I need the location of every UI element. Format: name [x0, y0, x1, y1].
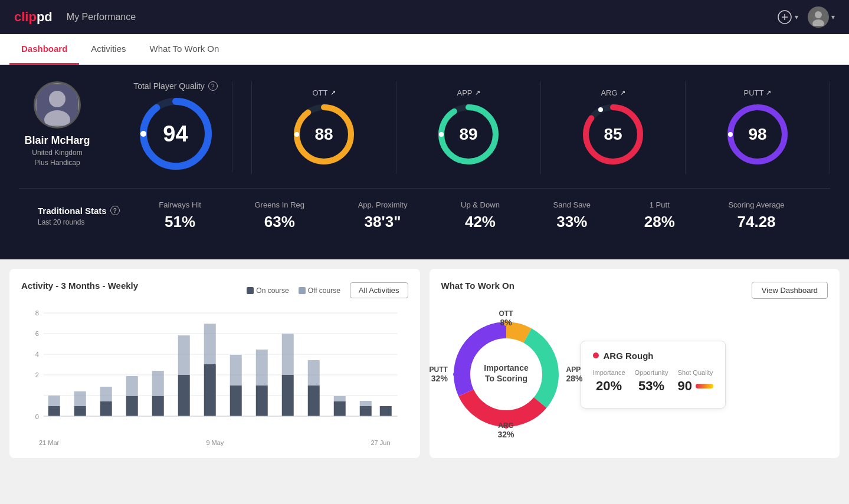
arg-gauge: 85 [581, 102, 645, 167]
arg-donut-label: ARG 32% [497, 421, 514, 439]
arg-value: 85 [604, 125, 622, 144]
app-label: APP ↗ [457, 88, 480, 97]
tab-activities[interactable]: Activities [79, 34, 137, 65]
opportunity-val: 53% [635, 378, 668, 394]
chart-title: Activity - 3 Months - Weekly [21, 281, 138, 291]
tabs: Dashboard Activities What To Work On [0, 34, 849, 65]
view-dashboard-button[interactable]: View Dashboard [752, 282, 828, 299]
svg-rect-40 [126, 396, 138, 416]
svg-text:To Scoring: To Scoring [484, 374, 527, 383]
svg-point-13 [294, 132, 299, 137]
stat-sandsave-val: 33% [553, 213, 591, 231]
svg-rect-59 [360, 401, 372, 406]
metric-app: APP ↗ 89 [396, 81, 541, 174]
app-arrow: ↗ [475, 89, 480, 97]
all-activities-button[interactable]: All Activities [350, 282, 408, 298]
info-card: ARG Rough Importance 20% Opportunity 53%… [581, 341, 726, 409]
add-button[interactable]: ▾ [777, 9, 798, 25]
putt-arrow: ↗ [766, 89, 771, 97]
stat-scoring: Scoring Average 74.28 [728, 200, 784, 231]
app-donut-label: APP 28% [566, 365, 582, 383]
svg-rect-34 [48, 406, 60, 416]
svg-rect-36 [74, 406, 86, 416]
svg-rect-48 [230, 386, 242, 416]
ott-gauge: 88 [291, 102, 356, 167]
legend-off-dot [299, 287, 306, 294]
stat-greens-val: 63% [254, 213, 304, 231]
svg-rect-49 [230, 355, 242, 386]
ott-donut-label: OTT 8% [499, 309, 513, 327]
header: clippd My Performance ▾ ▾ [0, 0, 849, 34]
stats-title: Traditional Stats ? [38, 206, 132, 216]
stat-proximity: App. Proximity 38'3" [358, 200, 408, 231]
svg-rect-39 [100, 387, 112, 401]
stat-scoring-val: 74.28 [728, 213, 784, 231]
putt-gauge: 98 [725, 102, 790, 167]
svg-point-6 [49, 91, 65, 107]
wtwo-panel: What To Work On View Dashboard [430, 269, 840, 458]
legend-on-course: On course [247, 286, 289, 295]
svg-rect-46 [204, 364, 216, 416]
shotquality-val: 90 [677, 378, 691, 394]
svg-text:2: 2 [35, 371, 39, 378]
tpq-section: Total Player Quality ? 94 [114, 81, 232, 172]
bottom-panels: Activity - 3 Months - Weekly On course O… [0, 259, 849, 467]
x-label-3: 27 Jun [371, 439, 390, 446]
ott-label: OTT ↗ [313, 88, 336, 97]
stat-updown: Up & Down 42% [461, 200, 500, 231]
tpq-value: 94 [163, 121, 188, 147]
tpq-help-icon[interactable]: ? [208, 81, 218, 91]
performance-banner: Blair McHarg United Kingdom Plus Handica… [0, 65, 849, 259]
chart-area: 8 6 4 2 0 [21, 307, 408, 437]
metric-putt: PUTT ↗ 98 [686, 81, 830, 174]
x-label-2: 9 May [206, 439, 224, 446]
tpq-label: Total Player Quality ? [133, 81, 218, 91]
stats-subtitle: Last 20 rounds [38, 218, 132, 226]
shotquality-label: Shot Quality [677, 369, 713, 376]
header-right: ▾ ▾ [777, 6, 835, 28]
svg-rect-41 [126, 376, 138, 396]
info-dot [593, 353, 599, 358]
svg-rect-50 [256, 386, 268, 416]
putt-donut-label: PUTT 32% [430, 365, 448, 383]
profile-button[interactable]: ▾ [808, 6, 835, 28]
svg-text:8: 8 [35, 309, 39, 317]
tab-dashboard[interactable]: Dashboard [9, 34, 79, 65]
legend-off-course: Off course [299, 286, 340, 295]
svg-rect-53 [282, 334, 294, 375]
svg-text:6: 6 [35, 330, 39, 337]
svg-rect-51 [256, 350, 268, 386]
svg-rect-57 [334, 396, 346, 401]
tab-what-to-work-on[interactable]: What To Work On [138, 34, 231, 65]
legend-on-dot [247, 287, 254, 294]
info-card-title: ARG Rough [593, 351, 713, 361]
svg-rect-56 [334, 401, 346, 416]
svg-rect-42 [152, 396, 164, 416]
svg-rect-52 [282, 375, 294, 416]
stat-updown-val: 42% [461, 213, 500, 231]
quality-bar [696, 384, 713, 388]
stat-scoring-label: Scoring Average [728, 200, 784, 209]
opportunity-label: Opportunity [635, 369, 668, 376]
wtwo-content: Importance To Scoring OTT 8% [441, 309, 828, 439]
donut-svg: Importance To Scoring [441, 309, 571, 439]
chart-x-labels: 21 Mar 9 May 27 Jun [21, 439, 408, 446]
player-country: United Kingdom [32, 149, 82, 157]
svg-point-19 [598, 107, 603, 112]
svg-rect-37 [74, 391, 86, 406]
svg-rect-44 [178, 375, 190, 416]
putt-label: PUTT ↗ [744, 88, 772, 97]
activity-panel: Activity - 3 Months - Weekly On course O… [9, 269, 420, 458]
stat-greens: Greens In Reg 63% [254, 200, 304, 231]
svg-text:0: 0 [35, 413, 39, 420]
stat-1putt: 1 Putt 28% [644, 200, 675, 231]
stats-help-icon[interactable]: ? [110, 206, 120, 215]
stat-proximity-label: App. Proximity [358, 200, 408, 209]
importance-label: Importance [593, 369, 625, 376]
ott-arrow: ↗ [330, 89, 336, 97]
info-metrics: Importance 20% Opportunity 53% Shot Qual… [593, 369, 713, 394]
player-handicap: Plus Handicap [34, 159, 80, 167]
stats-row: Traditional Stats ? Last 20 rounds Fairw… [19, 188, 830, 243]
logo[interactable]: clippd [14, 9, 53, 25]
svg-rect-58 [360, 406, 372, 416]
